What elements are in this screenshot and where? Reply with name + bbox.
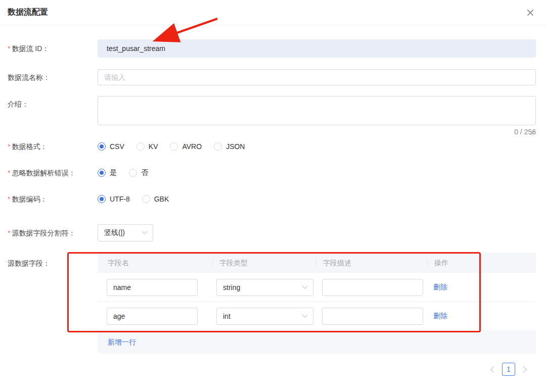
source-fields-table: 字段名 字段类型 字段描述 操作 string (98, 253, 536, 354)
column-header-actions: 操作 (427, 258, 536, 267)
field-type-select[interactable]: int (216, 308, 313, 325)
form-row-description: 介绍： 0 / 256 (8, 96, 536, 136)
close-button[interactable] (526, 8, 535, 17)
radio-selected-icon (98, 142, 106, 151)
data-format-radio-group: CSV KV AVRO JSON (98, 141, 536, 152)
radio-selected-icon (98, 169, 106, 177)
stream-id-input[interactable] (98, 39, 536, 58)
delete-row-link[interactable]: 删除 (433, 312, 447, 320)
field-name-input[interactable] (107, 279, 198, 296)
chevron-down-icon (302, 283, 307, 288)
radio-kv[interactable]: KV (136, 142, 158, 151)
form-row-source-fields: 源数据字段： 字段名 字段类型 字段描述 操作 (8, 253, 536, 376)
separator-select[interactable]: 竖线(|) (98, 224, 153, 241)
form-row-ignore-parse-error: *忽略数据解析错误： 是 否 (8, 168, 536, 178)
required-asterisk: * (8, 169, 10, 177)
field-separator-label: *源数据字段分割符： (8, 228, 98, 238)
table-row: int 删除 (98, 302, 536, 330)
description-label: 介绍： (8, 96, 98, 109)
add-row-link[interactable]: 新增一行 (108, 338, 136, 346)
encoding-radio-group: UTF-8 GBK (98, 194, 536, 204)
stream-name-label: 数据流名称： (8, 72, 98, 82)
form-row-stream-name: 数据流名称： (8, 69, 536, 85)
pagination: 1 (98, 363, 526, 376)
form-row-data-format: *数据格式： CSV KV AVRO JSON (8, 141, 536, 152)
field-name-input[interactable] (107, 308, 198, 325)
encoding-label: *数据编码： (8, 194, 98, 204)
radio-json[interactable]: JSON (214, 142, 245, 151)
stream-name-input[interactable] (98, 69, 536, 85)
radio-selected-icon (98, 195, 106, 203)
required-asterisk: * (8, 142, 10, 151)
field-type-select-value: int (223, 312, 231, 320)
delete-row-link[interactable]: 删除 (433, 283, 447, 291)
required-asterisk: * (8, 195, 10, 203)
radio-avro[interactable]: AVRO (170, 142, 202, 151)
radio-no[interactable]: 否 (129, 168, 148, 177)
column-header-field-desc: 字段描述 (316, 258, 427, 267)
separator-select-value: 竖线(|) (104, 228, 125, 237)
form-row-field-separator: *源数据字段分割符： 竖线(|) (8, 224, 536, 241)
source-fields-label: 源数据字段： (8, 253, 98, 268)
chevron-left-icon[interactable] (490, 366, 497, 373)
chevron-down-icon (302, 312, 307, 318)
page-number[interactable]: 1 (502, 363, 515, 376)
radio-utf8[interactable]: UTF-8 (98, 195, 130, 203)
field-type-select-value: string (223, 283, 240, 291)
radio-icon (214, 142, 222, 151)
column-header-field-type: 字段类型 (212, 258, 316, 267)
data-stream-config-dialog: 数据流配置 *数据流 ID： 数据流名称： 介绍： (0, 0, 546, 376)
radio-yes[interactable]: 是 (98, 168, 117, 177)
form: *数据流 ID： 数据流名称： 介绍： 0 / 256 *数据格 (0, 25, 546, 376)
table-footer-row: 新增一行 (98, 330, 536, 354)
char-counter: 0 / 256 (98, 127, 536, 136)
radio-icon (170, 142, 178, 151)
description-textarea[interactable] (98, 96, 536, 125)
table-row: string 删除 (98, 273, 536, 302)
form-row-encoding: *数据编码： UTF-8 GBK (8, 194, 536, 204)
field-desc-input[interactable] (322, 279, 423, 296)
chevron-down-icon (142, 229, 147, 234)
page-title: 数据流配置 (8, 7, 526, 18)
field-desc-input[interactable] (322, 308, 423, 325)
ignore-parse-error-label: *忽略数据解析错误： (8, 168, 98, 178)
radio-gbk[interactable]: GBK (142, 195, 169, 203)
required-asterisk: * (8, 229, 10, 237)
radio-csv[interactable]: CSV (98, 142, 124, 151)
required-asterisk: * (8, 44, 10, 53)
chevron-right-icon[interactable] (520, 366, 527, 373)
dialog-header: 数据流配置 (0, 0, 546, 25)
radio-icon (142, 195, 150, 203)
data-format-label: *数据格式： (8, 141, 98, 152)
form-row-stream-id: *数据流 ID： (8, 39, 536, 58)
ignore-parse-error-radio-group: 是 否 (98, 168, 536, 178)
radio-icon (136, 142, 145, 151)
column-header-field-name: 字段名 (98, 258, 212, 267)
field-type-select[interactable]: string (216, 279, 313, 296)
radio-icon (129, 169, 137, 177)
stream-id-label: *数据流 ID： (8, 43, 98, 54)
table-header-row: 字段名 字段类型 字段描述 操作 (98, 253, 536, 273)
